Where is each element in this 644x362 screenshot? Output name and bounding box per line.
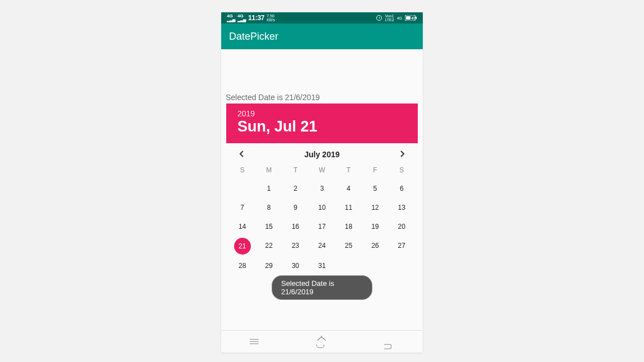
day-empty xyxy=(229,181,255,196)
day-cell[interactable]: 18 xyxy=(335,219,362,234)
header-date[interactable]: Sun, Jul 21 xyxy=(237,118,407,135)
day-cell[interactable]: 23 xyxy=(282,238,309,255)
net-4g-2: 4G xyxy=(237,13,244,18)
day-cell[interactable]: 30 xyxy=(282,258,309,274)
svg-rect-1 xyxy=(416,17,417,19)
weekday-header: S xyxy=(389,163,415,177)
home-button[interactable] xyxy=(316,336,326,348)
toast-message: Selected Date is 21/6/2019 xyxy=(272,275,372,300)
day-cell[interactable]: 4 xyxy=(335,181,362,196)
next-month-button[interactable] xyxy=(399,149,405,159)
net-4g-1: 4G xyxy=(227,13,233,18)
day-empty xyxy=(335,258,362,274)
day-cell[interactable]: 27 xyxy=(389,238,415,255)
status-right: Voo1LTE2 4G 47 xyxy=(376,14,417,22)
status-bar: 4G▂▃▅ 4G▂▃▅ 11:37 7.50KB/s Voo1LTE2 4G 4… xyxy=(221,12,423,23)
content-area: Selected Date is 21/6/2019 2019 Sun, Jul… xyxy=(221,49,423,277)
weekday-header: S xyxy=(229,163,255,177)
day-cell[interactable]: 22 xyxy=(255,238,282,255)
alarm-icon xyxy=(376,15,382,21)
weekday-header: W xyxy=(309,163,335,177)
system-navbar xyxy=(221,330,423,352)
selected-date-label: Selected Date is 21/6/2019 xyxy=(221,49,423,104)
month-label: July 2019 xyxy=(304,150,339,159)
day-cell[interactable]: 15 xyxy=(255,219,282,234)
day-cell[interactable]: 3 xyxy=(309,181,335,196)
month-navigation: July 2019 xyxy=(221,143,423,163)
day-cell[interactable]: 25 xyxy=(335,238,362,255)
header-year[interactable]: 2019 xyxy=(237,109,407,118)
day-cell[interactable]: 9 xyxy=(282,200,309,215)
day-cell[interactable]: 12 xyxy=(362,200,388,215)
weekday-header: F xyxy=(362,163,388,177)
carrier-1: Voo1 xyxy=(385,14,394,18)
day-cell[interactable]: 2 xyxy=(282,181,309,196)
day-cell[interactable]: 8 xyxy=(255,200,282,215)
day-cell[interactable]: 13 xyxy=(389,200,415,215)
day-cell[interactable]: 6 xyxy=(389,181,415,196)
status-left: 4G▂▃▅ 4G▂▃▅ 11:37 7.50KB/s xyxy=(227,14,275,22)
day-cell[interactable]: 20 xyxy=(389,219,415,234)
weekday-header: M xyxy=(255,163,282,177)
day-cell[interactable]: 21 xyxy=(229,238,255,255)
day-cell[interactable]: 5 xyxy=(362,181,388,196)
day-cell[interactable]: 29 xyxy=(255,258,282,274)
day-empty xyxy=(389,258,415,274)
back-button[interactable] xyxy=(384,334,394,349)
datepicker-header: 2019 Sun, Jul 21 xyxy=(226,104,418,143)
calendar-grid: SMTWTFS123456789101112131415161718192021… xyxy=(221,163,423,277)
carrier-2: LTE2 xyxy=(385,18,394,22)
net-speed: 7.50 xyxy=(267,14,274,18)
app-title: DatePicker xyxy=(229,31,278,43)
phone-frame: 4G▂▃▅ 4G▂▃▅ 11:37 7.50KB/s Voo1LTE2 4G 4… xyxy=(221,12,423,352)
day-cell[interactable]: 14 xyxy=(229,219,255,234)
prev-month-button[interactable] xyxy=(239,149,245,159)
battery-icon: 47 xyxy=(405,15,417,21)
day-cell[interactable]: 19 xyxy=(362,219,388,234)
status-time: 11:37 xyxy=(248,14,264,22)
day-cell[interactable]: 26 xyxy=(362,238,388,255)
net-speed-unit: KB/s xyxy=(267,18,275,22)
day-cell[interactable]: 1 xyxy=(255,181,282,196)
day-cell[interactable]: 31 xyxy=(309,258,335,274)
weekday-header: T xyxy=(282,163,309,177)
svg-rect-2 xyxy=(406,16,410,20)
recent-apps-button[interactable] xyxy=(250,339,259,345)
day-cell[interactable]: 16 xyxy=(282,219,309,234)
battery-text: 47 xyxy=(411,16,416,20)
weekday-header: T xyxy=(335,163,362,177)
day-cell[interactable]: 7 xyxy=(229,200,255,215)
net-right: 4G xyxy=(397,16,402,20)
day-cell[interactable]: 11 xyxy=(335,200,362,215)
app-bar: DatePicker xyxy=(221,23,423,49)
day-cell[interactable]: 24 xyxy=(309,238,335,255)
day-cell[interactable]: 28 xyxy=(229,258,255,274)
day-cell[interactable]: 17 xyxy=(309,219,335,234)
day-cell[interactable]: 10 xyxy=(309,200,335,215)
day-empty xyxy=(362,258,388,274)
